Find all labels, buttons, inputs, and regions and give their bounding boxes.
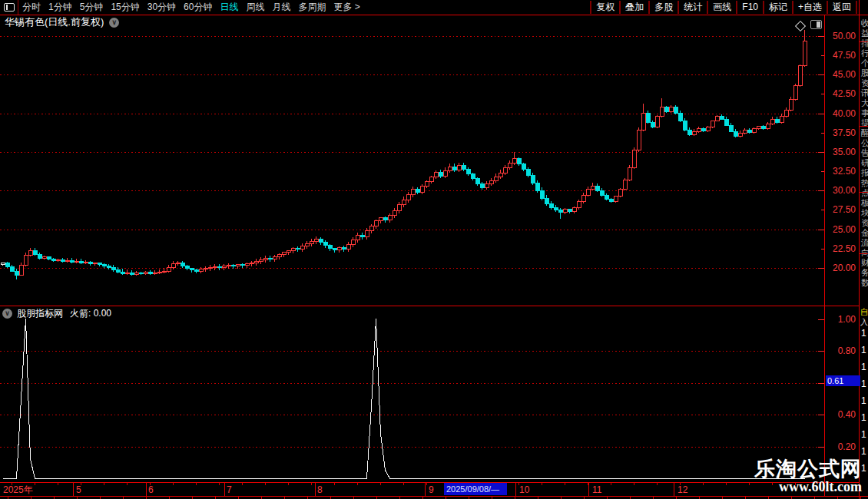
price-axis-label: 27.50 (833, 204, 856, 215)
sidebar-digit-fragment: 1 (861, 395, 866, 406)
time-axis-label: 6 (148, 484, 154, 495)
period-tab-multi-period[interactable]: 多周期 (295, 0, 329, 15)
indicator-header: ∨ 股朋指标网 火箭: 0.00 (2, 307, 111, 320)
sidebar-text-fragment: 报 (861, 168, 868, 178)
sidebar-text-fragment: 醒 (861, 128, 868, 138)
chevron-down-icon[interactable]: ∨ (2, 309, 12, 319)
sidebar-text-fragment: 公 (861, 138, 868, 148)
time-axis-label: 7 (227, 484, 232, 495)
back-button[interactable]: 返回 (827, 1, 857, 14)
price-axis-label: 20.00 (833, 263, 856, 273)
price-axis-label: 50.00 (833, 31, 856, 41)
period-tabs: 分时1分钟5分钟15分钟30分钟60分钟日线周线月线多周期更多 > (18, 0, 364, 15)
main-chart-area[interactable] (0, 15, 824, 306)
period-tab-15min[interactable]: 15分钟 (108, 0, 142, 15)
price-axis-label: 42.50 (833, 88, 856, 99)
sidebar-text-fragment: 金 (861, 228, 868, 238)
panel-toggle-icon (4, 3, 15, 12)
price-axis-label: 22.50 (833, 243, 856, 254)
restore-window-icon[interactable] (810, 20, 822, 29)
indicator-panel-area[interactable] (0, 307, 824, 482)
chevron-down-icon[interactable]: ∨ (109, 18, 119, 28)
time-axis-label: 8 (317, 484, 323, 495)
sidebar-digit-fragment: 1 (861, 446, 866, 457)
sidebar-text-fragment: 入 (860, 317, 868, 328)
top-toolbar: 分时1分钟5分钟15分钟30分钟60分钟日线周线月线多周期更多 > 复权叠加多股… (0, 0, 868, 15)
period-tab-1min[interactable]: 1分钟 (45, 0, 75, 15)
period-tab-weekly[interactable]: 周线 (243, 0, 267, 15)
sidebar-text-fragment: 告 (861, 148, 868, 158)
period-tab-30min[interactable]: 30分钟 (144, 0, 179, 15)
panel-toggle-button[interactable] (0, 0, 18, 15)
sidebar-text-fragment: 务 (861, 268, 868, 278)
right-sidebar-strip: 收益排行个股资讯大事提醒公告研报热点板块资金流向财务数自入111111111 (860, 0, 868, 499)
time-axis-label: 2025年 (3, 484, 33, 495)
crosshair-date-box: 2025/09/08/— (444, 483, 507, 495)
watermark: 乐淘公式网 www.60lt.com (754, 458, 862, 494)
period-tab-5min[interactable]: 5分钟 (77, 0, 107, 15)
sidebar-text-fragment: 热 (861, 178, 868, 188)
price-axis-label: 32.50 (833, 166, 856, 177)
fuquan-button[interactable]: 复权 (590, 1, 619, 14)
period-tab-daily[interactable]: 日线 (217, 0, 241, 15)
time-axis-label: 9 (429, 484, 434, 495)
indicator-axis-label: 0.20 (838, 441, 856, 452)
time-axis-label: 12 (678, 484, 688, 495)
sidebar-divider (860, 253, 868, 254)
indicator-value-label: 火箭: 0.00 (70, 307, 111, 320)
time-axis-label: 11 (592, 484, 602, 495)
period-tab-fenshi[interactable]: 分时 (19, 0, 44, 15)
indicator-source-label: 股朋指标网 (17, 307, 63, 320)
sidebar-digit-fragment: 1 (861, 362, 866, 372)
period-tab-monthly[interactable]: 月线 (269, 0, 293, 15)
sidebar-text-fragment: 大 (861, 98, 868, 108)
add-watchlist-button[interactable]: +自选 (792, 1, 827, 14)
sidebar-text-fragment: 股 (861, 68, 868, 78)
indicator-axis-label: 1.00 (838, 314, 856, 325)
sidebar-text-fragment: 行 (861, 48, 868, 58)
indicator-axis-label: 0.80 (838, 345, 856, 356)
sidebar-divider (860, 192, 868, 193)
period-tab-60min[interactable]: 60分钟 (181, 0, 215, 15)
draw-line-button[interactable]: 画线 (707, 1, 736, 14)
chart-title-bar: 华锡有色(日线.前复权) ∨ (5, 16, 119, 28)
sidebar-text-fragment: 事 (861, 108, 868, 118)
price-axis-label: 25.00 (833, 224, 856, 235)
sidebar-text-fragment: 提 (861, 118, 868, 128)
sidebar-text-fragment: 资 (861, 218, 868, 228)
time-axis-label: 5 (76, 484, 81, 495)
sidebar-text-fragment: 板 (861, 198, 868, 208)
sidebar-text-fragment: 排 (861, 38, 868, 48)
price-axis-label: 47.50 (833, 50, 856, 61)
multi-stock-button[interactable]: 多股 (648, 1, 678, 14)
sidebar-text-fragment: 讯 (861, 88, 868, 98)
period-tab-more[interactable]: 更多 > (330, 0, 363, 15)
stats-button[interactable]: 统计 (678, 1, 707, 14)
f10-button[interactable]: F10 (736, 1, 763, 14)
time-axis-label: 10 (519, 484, 530, 495)
sidebar-text-fragment: 资 (861, 78, 868, 88)
sidebar-tab-fragment: 自 (860, 306, 868, 318)
price-axis-label: 35.00 (833, 147, 856, 157)
overlay-button[interactable]: 叠加 (619, 1, 648, 14)
sidebar-digit-fragment: 1 (861, 328, 866, 339)
price-axis-label: 40.00 (833, 108, 856, 119)
sidebar-text-fragment: 块 (861, 208, 868, 218)
sidebar-text-fragment: 研 (861, 158, 868, 168)
sidebar-divider (860, 41, 868, 42)
watermark-url: www.60lt.com (754, 480, 862, 494)
sidebar-text-fragment: 点 (861, 188, 868, 198)
sidebar-text-fragment: 个 (861, 58, 868, 68)
sidebar-text-fragment: 财 (861, 258, 868, 268)
sidebar-digit-fragment: 1 (861, 345, 866, 355)
sidebar-digit-fragment: 1 (861, 378, 866, 389)
sidebar-text-fragment: 收 (861, 18, 868, 28)
mark-button[interactable]: 标记 (763, 1, 792, 14)
indicator-axis-label: 0.40 (838, 409, 856, 420)
sidebar-text-fragment: 流 (861, 238, 868, 248)
sidebar-digit-fragment: 1 (861, 463, 866, 474)
sidebar-digit-fragment: 1 (861, 412, 866, 423)
sidebar-text-fragment: 益 (861, 28, 868, 38)
toolbar-right-buttons: 复权叠加多股统计画线F10标记+自选返回 (590, 1, 857, 14)
sidebar-divider (860, 126, 868, 127)
